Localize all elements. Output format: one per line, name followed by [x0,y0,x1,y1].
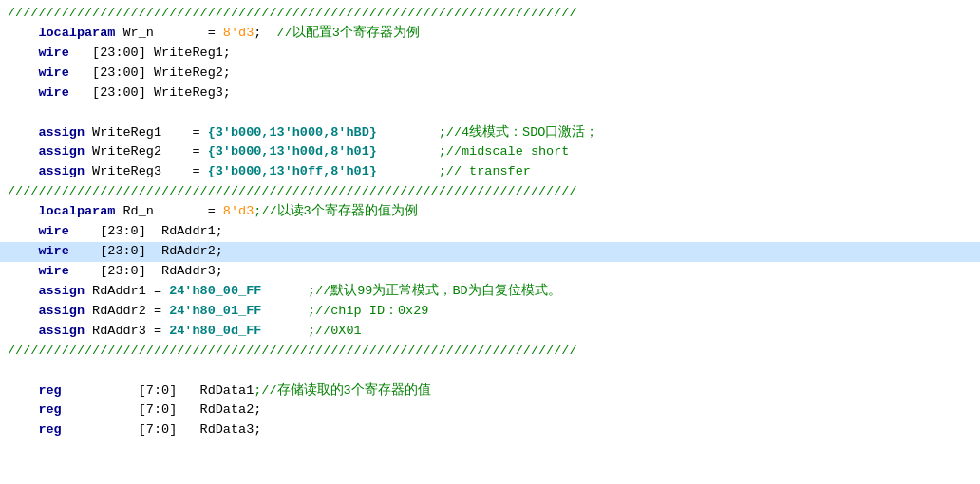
code-line-10: ////////////////////////////////////////… [0,182,980,202]
kw-wire-5: wire [38,242,68,262]
code-line-17: assign RdAddr3 = 24'h80_0d_FF ;//0X01 [0,322,980,342]
kw-assign-1: assign [38,123,85,143]
divider-2: ////////////////////////////////////////… [8,182,577,202]
code-line-3: wire [23:00] WriteReg1; [0,44,980,64]
kw-wire-6: wire [38,262,68,282]
kw-localparam-2: localparam [38,202,115,222]
kw-wire-2: wire [38,64,68,84]
kw-assign-6: assign [38,322,85,342]
code-line-16: assign RdAddr2 = 24'h80_01_FF ;//chip ID… [0,302,980,322]
val-wr-n: 8'd3 [223,24,254,44]
kw-reg-3: reg [38,420,61,440]
kw-wire-3: wire [38,84,68,103]
kw-localparam-1: localparam [38,24,115,44]
divider-1: ////////////////////////////////////////… [8,4,577,24]
kw-assign-5: assign [38,302,85,322]
kw-reg-2: reg [38,400,61,420]
code-line-15: assign RdAddr1 = 24'h80_00_FF ;//默认99为正常… [0,282,980,302]
comment-15: ;//默认99为正常模式，BD为自复位模式。 [308,282,561,302]
kw-wire-4: wire [38,222,68,242]
val-writereg1: {3'b000,13'h000,8'hBD} [208,123,377,143]
kw-assign-4: assign [38,282,85,302]
kw-assign-2: assign [38,142,85,162]
code-line-22: reg [7:0] RdData3; [0,420,980,440]
code-line-9: assign WriteReg3 = {3'b000,13'h0ff,8'h01… [0,162,980,182]
comment-16: ;//chip ID：0x29 [308,302,428,322]
comment-8: ;//midscale short [439,142,570,162]
comment-17: ;//0X01 [308,322,362,342]
code-line-4: wire [23:00] WriteReg2; [0,64,980,84]
code-line-21: reg [7:0] RdData2; [0,400,980,420]
val-rd-n: 8'd3 [223,202,254,222]
code-line-7: assign WriteReg1 = {3'b000,13'h000,8'hBD… [0,123,980,143]
code-line-19 [0,362,980,382]
code-line-8: assign WriteReg2 = {3'b000,13'h00d,8'h01… [0,142,980,162]
comment-1: //以配置3个寄存器为例 [277,24,420,44]
comment-20: ;//存储读取的3个寄存器的值 [254,382,430,401]
code-line-2: localparam Wr_n = 8'd3 ; //以配置3个寄存器为例 [0,24,980,44]
code-line-14: wire [23:0] RdAddr3; [0,262,980,282]
code-editor: ////////////////////////////////////////… [0,0,980,444]
val-rdaddr1: 24'h80_00_FF [169,282,261,302]
code-line-5: wire [23:00] WriteReg3; [0,84,980,103]
val-rdaddr2: 24'h80_01_FF [169,302,261,322]
code-line-18: ////////////////////////////////////////… [0,342,980,362]
code-line-20: reg [7:0] RdData1 ;//存储读取的3个寄存器的值 [0,382,980,401]
comment-11: ;//以读3个寄存器的值为例 [254,202,417,222]
kw-reg-1: reg [38,382,61,401]
comment-9: ;// transfer [439,162,531,182]
code-line-11: localparam Rd_n = 8'd3 ;//以读3个寄存器的值为例 [0,202,980,222]
divider-3: ////////////////////////////////////////… [8,342,577,362]
kw-assign-3: assign [38,162,85,182]
code-line-12: wire [23:0] RdAddr1; [0,222,980,242]
comment-7: ;//4线模式：SDO口激活； [439,123,599,143]
val-writereg3: {3'b000,13'h0ff,8'h01} [208,162,377,182]
kw-wire-1: wire [38,44,68,64]
val-rdaddr3: 24'h80_0d_FF [169,322,261,342]
val-writereg2: {3'b000,13'h00d,8'h01} [208,142,377,162]
code-line-13: wire [23:0] RdAddr2; [0,242,980,262]
code-line-6 [0,103,980,123]
code-line-1: ////////////////////////////////////////… [0,4,980,24]
